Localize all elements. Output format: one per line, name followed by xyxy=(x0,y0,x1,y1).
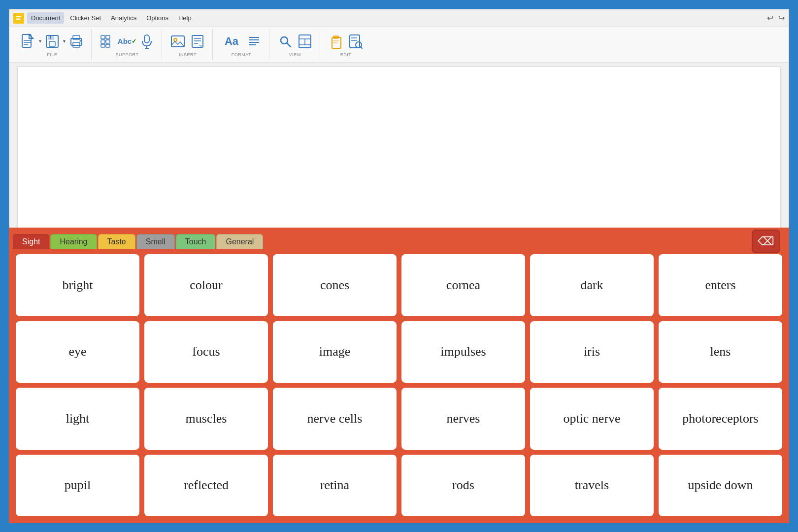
view-buttons xyxy=(276,33,314,50)
word-card[interactable]: retina xyxy=(273,455,397,517)
paragraph-button[interactable] xyxy=(245,33,263,50)
svg-rect-1 xyxy=(16,16,21,17)
format-buttons: Aa xyxy=(220,33,263,50)
svg-rect-43 xyxy=(333,40,339,41)
insert-image-button[interactable] xyxy=(169,33,187,50)
titlebar-controls: ↩ ↪ xyxy=(767,14,785,22)
titlebar: Document Clicker Set Analytics Options H… xyxy=(9,9,789,27)
menu-bar: Document Clicker Set Analytics Options H… xyxy=(27,12,196,24)
svg-line-47 xyxy=(361,47,362,48)
edit-buttons xyxy=(327,33,365,50)
svg-rect-45 xyxy=(350,35,360,48)
menu-document[interactable]: Document xyxy=(27,12,64,24)
tab-general[interactable]: General xyxy=(216,234,263,249)
save-dropdown[interactable]: ▾ xyxy=(63,38,66,44)
find-button[interactable] xyxy=(347,33,365,50)
print-button[interactable] xyxy=(67,33,85,50)
word-card[interactable]: impulses xyxy=(401,321,525,383)
svg-rect-10 xyxy=(49,41,55,46)
word-card[interactable]: reflected xyxy=(144,455,268,517)
word-grid-button[interactable] xyxy=(99,33,116,50)
word-card[interactable]: dark xyxy=(530,254,654,316)
svg-rect-17 xyxy=(106,35,110,39)
svg-rect-20 xyxy=(101,44,105,47)
svg-rect-21 xyxy=(106,44,110,47)
toolbar-view-section: VIEW xyxy=(270,29,320,60)
insert-buttons xyxy=(169,33,206,50)
svg-line-36 xyxy=(287,43,291,47)
menu-options[interactable]: Options xyxy=(142,12,172,24)
new-file-button[interactable] xyxy=(19,33,37,50)
clicker-panel: Sight Hearing Taste Smell Touch General … xyxy=(9,228,789,523)
word-card[interactable]: eye xyxy=(16,321,139,383)
support-label: SUPPORT xyxy=(116,52,139,57)
word-card[interactable]: focus xyxy=(144,321,268,383)
svg-rect-22 xyxy=(144,35,149,43)
file-label: FILE xyxy=(47,52,57,57)
word-card[interactable]: cornea xyxy=(401,254,525,316)
layout-button[interactable] xyxy=(296,33,314,50)
tab-hearing[interactable]: Hearing xyxy=(50,234,97,249)
svg-rect-3 xyxy=(16,19,20,20)
toolbar-file-section: ▾ ▾ FILE xyxy=(13,29,92,60)
word-card[interactable]: bright xyxy=(16,254,139,316)
word-card[interactable]: light xyxy=(16,388,139,450)
insert-text-button[interactable] xyxy=(189,33,206,50)
microphone-button[interactable] xyxy=(138,33,156,50)
menu-clickerset[interactable]: Clicker Set xyxy=(66,12,105,24)
svg-rect-18 xyxy=(101,40,105,43)
svg-rect-16 xyxy=(101,35,105,39)
font-button[interactable]: Aa xyxy=(220,33,243,50)
insert-label: INSERT xyxy=(179,52,197,57)
svg-rect-44 xyxy=(333,42,337,43)
svg-rect-11 xyxy=(50,35,51,39)
tab-taste[interactable]: Taste xyxy=(98,234,135,249)
word-card[interactable]: iris xyxy=(530,321,654,383)
menu-help[interactable]: Help xyxy=(174,12,196,24)
word-card[interactable]: muscles xyxy=(144,388,268,450)
svg-point-26 xyxy=(174,38,177,41)
format-label: FORMAT xyxy=(232,52,251,57)
redo-button[interactable]: ↪ xyxy=(778,14,785,22)
word-card[interactable]: pupil xyxy=(16,455,139,517)
word-card[interactable]: nerve cells xyxy=(273,388,397,450)
menu-analytics[interactable]: Analytics xyxy=(107,12,140,24)
word-card[interactable]: upside down xyxy=(659,455,782,517)
undo-button[interactable]: ↩ xyxy=(767,14,773,22)
file-buttons: ▾ ▾ xyxy=(19,33,85,50)
save-button[interactable] xyxy=(43,33,61,50)
spell-check-button[interactable]: Abc✓ xyxy=(118,33,136,50)
tab-sight[interactable]: Sight xyxy=(13,234,49,249)
word-card[interactable]: optic nerve xyxy=(530,388,654,450)
tab-touch[interactable]: Touch xyxy=(176,234,216,249)
toolbar: ▾ ▾ FILE Abc✓ xyxy=(9,27,789,63)
svg-rect-4 xyxy=(22,34,31,47)
word-card[interactable]: photoreceptors xyxy=(659,388,782,450)
word-card[interactable]: travels xyxy=(530,455,654,517)
clicker-tabs: Sight Hearing Taste Smell Touch General xyxy=(9,228,789,249)
word-card[interactable]: image xyxy=(273,321,397,383)
view-label: VIEW xyxy=(289,52,301,57)
word-card[interactable]: enters xyxy=(659,254,782,316)
svg-rect-19 xyxy=(106,40,110,43)
new-file-dropdown[interactable]: ▾ xyxy=(39,38,41,44)
toolbar-edit-section: EDIT xyxy=(321,29,370,60)
word-card[interactable]: rods xyxy=(401,455,525,517)
word-card[interactable]: colour xyxy=(144,254,268,316)
svg-rect-42 xyxy=(333,35,339,39)
word-grid: brightcolourconescorneadarkenterseyefocu… xyxy=(9,249,789,523)
toolbar-format-section: Aa FORMAT xyxy=(214,29,269,60)
toolbar-support-section: Abc✓ SUPPORT xyxy=(93,29,162,60)
paste-button[interactable] xyxy=(327,33,345,50)
backspace-button[interactable]: ⌫ xyxy=(752,230,780,253)
tab-smell[interactable]: Smell xyxy=(136,234,175,249)
svg-rect-25 xyxy=(171,36,184,47)
app-icon xyxy=(13,13,24,24)
word-card[interactable]: nerves xyxy=(401,388,525,450)
search-view-button[interactable] xyxy=(276,33,294,50)
svg-point-15 xyxy=(80,40,81,41)
svg-rect-9 xyxy=(48,35,54,40)
word-card[interactable]: lens xyxy=(659,321,782,383)
svg-rect-2 xyxy=(16,18,20,19)
word-card[interactable]: cones xyxy=(273,254,397,316)
